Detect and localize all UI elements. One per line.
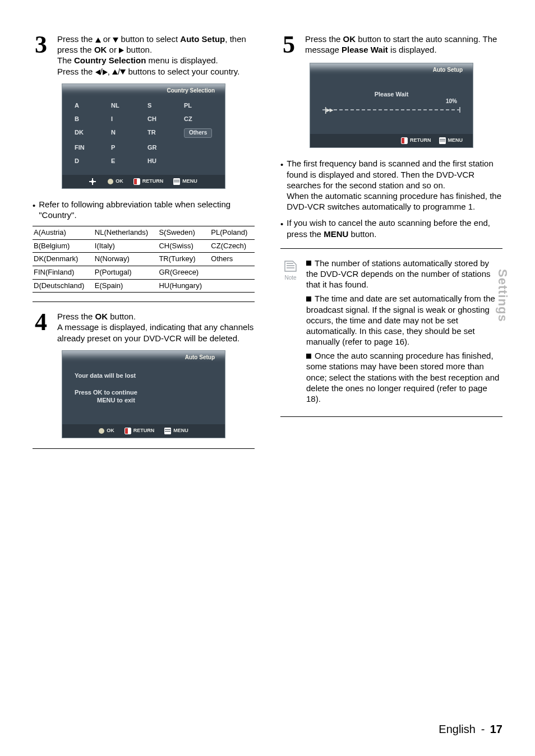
move-icon xyxy=(90,179,95,184)
separator xyxy=(33,448,255,449)
osd-menu: MENU xyxy=(448,138,463,143)
osd-line: MENU to exit xyxy=(75,396,217,404)
step-3-body: Press the or button to select Auto Setup… xyxy=(57,34,255,77)
text: button. xyxy=(124,45,152,54)
ok-label: OK xyxy=(343,34,356,44)
step-5-bullet: • If you wish to cancel the auto scannin… xyxy=(280,217,502,239)
note-item: Once the auto scanning procedure has fin… xyxy=(306,350,502,404)
country-cell: TR xyxy=(147,128,181,138)
right-arrow-icon xyxy=(103,69,108,75)
country-cell xyxy=(184,157,217,165)
return-icon xyxy=(124,428,131,434)
cell: N(Norway) xyxy=(94,253,158,266)
country-cell: D xyxy=(75,157,108,165)
text: The number of stations automatically sto… xyxy=(306,258,491,289)
bullet-text: The first frequency band is scanned and … xyxy=(287,158,502,212)
menu-label: MENU xyxy=(324,229,348,239)
right-arrow-icon xyxy=(119,48,124,53)
country-cell: CZ xyxy=(184,115,217,123)
text: If you wish to cancel the auto scanning … xyxy=(287,218,490,238)
ok-icon xyxy=(108,179,113,184)
progress-percent: 10% xyxy=(446,98,457,105)
square-bullet-icon xyxy=(306,354,311,359)
square-bullet-icon xyxy=(306,261,311,266)
cell: CH(Swiss) xyxy=(158,239,210,253)
page-ref: 16 xyxy=(395,337,404,346)
text: Press the xyxy=(57,34,95,44)
up-arrow-icon xyxy=(95,38,101,43)
cell: I(Italy) xyxy=(94,239,158,253)
country-cell: A xyxy=(75,101,108,109)
up-arrow-icon xyxy=(112,69,118,75)
text: Press the xyxy=(305,34,343,44)
step-4-number: 4 xyxy=(33,311,49,344)
section-tab: Settings xyxy=(495,269,510,322)
note-item: The time and date are set automatically … xyxy=(306,293,502,347)
cell: P(Portugal) xyxy=(94,266,158,279)
osd-ok: OK xyxy=(116,178,123,184)
osd-return: RETURN xyxy=(133,428,155,433)
please-wait-label: Please Wait xyxy=(342,45,388,54)
table-row: FIN(Finland)P(Portugal)GR(Greece) xyxy=(33,266,255,279)
osd-return: RETURN xyxy=(410,138,431,143)
left-arrow-icon xyxy=(95,69,100,75)
bullet-icon: • xyxy=(280,158,283,212)
note-list: The number of stations automatically sto… xyxy=(306,258,502,407)
country-selection-label: Country Selection xyxy=(74,55,146,65)
osd-title: Auto Setup xyxy=(62,351,225,366)
step-4-body: Press the OK button. A message is displa… xyxy=(57,311,255,344)
cell: TR(Turkey) xyxy=(158,253,210,266)
page-ref: 18 xyxy=(306,394,316,403)
osd-bottom-bar: OK RETURN MENU xyxy=(62,424,225,438)
country-cell: I xyxy=(111,115,144,123)
step-4: 4 Press the OK button. A message is disp… xyxy=(33,311,255,344)
text: or xyxy=(101,34,113,44)
step-3-bullet: • Refer to following abbreviation table … xyxy=(33,199,255,220)
osd-country-grid: A NL S PL B I CH CZ DK N TR Others FIN P xyxy=(75,101,217,165)
ok-label: OK xyxy=(95,312,108,321)
cell: FIN(Finland) xyxy=(33,266,94,279)
cell xyxy=(210,266,255,279)
menu-icon xyxy=(164,428,171,434)
cell: Others xyxy=(210,253,255,266)
country-cell: GR xyxy=(147,143,181,151)
text: , xyxy=(108,67,112,76)
note-label: Note xyxy=(284,275,296,281)
text: Once the auto scanning procedure has fin… xyxy=(306,351,499,393)
step-5-bullet: • The first frequency band is scanned an… xyxy=(280,158,502,212)
down-arrow-icon xyxy=(113,38,118,43)
separator xyxy=(280,248,502,249)
ok-icon xyxy=(99,428,104,434)
ok-label: OK xyxy=(94,45,107,54)
osd-line: Your data will be lost xyxy=(75,372,217,379)
text: Press the xyxy=(57,312,95,321)
text: Press the xyxy=(57,67,95,76)
bullet-icon: • xyxy=(280,217,283,239)
page-footer: English - 17 xyxy=(439,722,502,737)
osd-please-wait: Please Wait xyxy=(316,90,467,98)
text: When the automatic scanning procedure ha… xyxy=(287,191,501,211)
text: ). xyxy=(404,337,409,346)
bullet-icon: • xyxy=(33,199,35,220)
cell: D(Deutschland) xyxy=(33,279,94,293)
osd-country-selection: Country Selection A NL S PL B I CH CZ DK… xyxy=(62,84,225,189)
text: button. xyxy=(108,312,136,321)
country-cell: S xyxy=(147,101,181,109)
separator xyxy=(33,302,255,302)
osd-bottom-bar: OK RETURN MENU xyxy=(62,175,225,188)
osd-line: Press OK to continue xyxy=(75,388,217,396)
country-cell: CH xyxy=(147,115,181,123)
cell: A(Austria) xyxy=(33,226,94,240)
osd-return: RETURN xyxy=(142,178,164,184)
step-5-number: 5 xyxy=(280,34,297,56)
bullet-text: Refer to following abbreviation table wh… xyxy=(39,199,255,220)
square-bullet-icon xyxy=(306,296,311,302)
country-cell: B xyxy=(75,115,108,123)
country-cell: NL xyxy=(111,101,144,109)
text: buttons to select your country. xyxy=(126,67,239,76)
osd-auto-setup-progress: Auto Setup Please Wait 10% |▸▸ RETURN ME… xyxy=(310,63,473,149)
table-row: B(Belgium)I(Italy)CH(Swiss)CZ(Czech) xyxy=(33,239,255,253)
cell: B(Belgium) xyxy=(33,239,94,253)
step-3-number: 3 xyxy=(33,34,49,77)
osd-title: Country Selection xyxy=(62,84,225,99)
